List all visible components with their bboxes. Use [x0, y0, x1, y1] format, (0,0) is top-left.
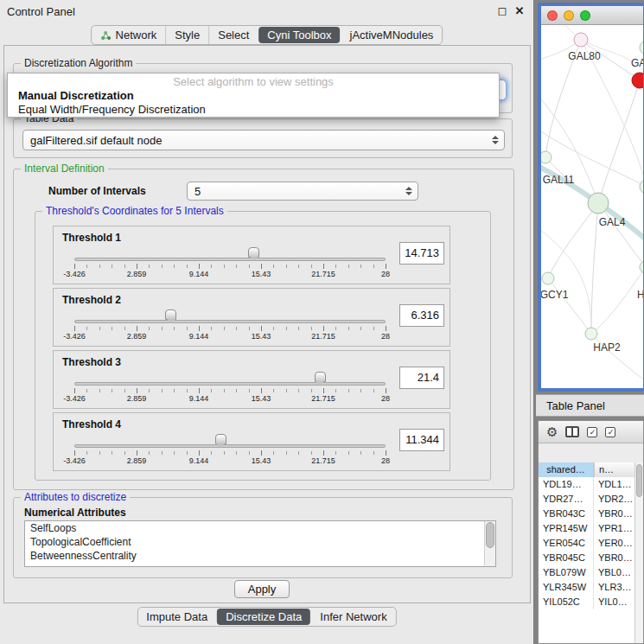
network-canvas[interactable]: GAL80GAGAL11GAL4GCY1HHAP2 — [541, 25, 643, 388]
network-edge[interactable] — [598, 80, 640, 203]
slider-tick — [373, 265, 374, 268]
slider-tick — [373, 389, 374, 392]
slider-track[interactable] — [74, 382, 386, 386]
slider-tick — [298, 265, 299, 268]
interval-definition-group-title: Interval Definition — [21, 163, 108, 175]
table-rows: YDL19…YDL1…YDR27…YDR2…YBR043CYBR0…YPR145… — [539, 477, 634, 643]
number-of-intervals-spinner[interactable]: 5 — [187, 182, 418, 201]
apply-button[interactable]: Apply — [234, 580, 290, 598]
network-node-gal4[interactable] — [588, 193, 609, 214]
table-row[interactable]: YDR27…YDR2… — [539, 492, 634, 507]
table-row[interactable]: YIL052CYIL0… — [539, 595, 634, 609]
threshold-value-field[interactable]: 6.316 — [399, 304, 444, 327]
list-scrollbar[interactable] — [484, 521, 495, 566]
slider-tick — [261, 264, 262, 269]
slider-tick-label: 2.859 — [127, 456, 147, 465]
network-titlebar[interactable] — [541, 6, 643, 25]
zoom-traffic-light-icon[interactable] — [580, 10, 590, 21]
threshold-value-field[interactable]: 21.4 — [399, 367, 444, 389]
tab-style[interactable]: Style — [165, 26, 208, 44]
checkbox-icon[interactable]: ✓ — [605, 427, 615, 437]
table-scrollbar[interactable] — [634, 462, 643, 643]
table-scrollbar-thumb[interactable] — [636, 464, 642, 497]
table-row[interactable]: YER054CYER0… — [539, 536, 634, 551]
attribute-item-betweennesscentrality[interactable]: BetweennessCentrality — [25, 549, 483, 563]
slider-tick — [286, 327, 287, 330]
table-row[interactable]: YBR045CYBR0… — [539, 551, 634, 565]
slider-thumb[interactable] — [315, 372, 326, 382]
slider-tick — [311, 327, 312, 330]
attribute-item-selfloops[interactable]: SelfLoops — [25, 521, 483, 535]
slider-tick — [323, 264, 324, 269]
network-node-hap2[interactable] — [585, 328, 597, 340]
column-header-shared-name[interactable]: shared… — [539, 462, 594, 477]
minimize-traffic-light-icon[interactable] — [564, 10, 574, 21]
attributes-group-title: Attributes to discretize — [21, 491, 130, 503]
cell-name: YDR2… — [594, 492, 634, 507]
control-panel-titlebar[interactable]: Control Panel ◻ ✕ — [0, 0, 533, 22]
slider-tick-label: 28 — [381, 394, 390, 403]
float-window-icon[interactable]: ◻ — [495, 4, 509, 17]
slider-tick — [224, 265, 225, 268]
tab-network[interactable]: Network — [92, 26, 166, 44]
checkbox-icon[interactable]: ✓ — [587, 427, 597, 437]
slider-tick — [286, 451, 287, 455]
slider-tick — [224, 389, 225, 392]
network-edge[interactable] — [591, 203, 598, 334]
slider-tick-label: 9.144 — [189, 456, 209, 465]
table-data-combo[interactable]: galFiltered.sif default node — [22, 130, 505, 150]
slider-tick — [298, 327, 299, 330]
slider-tick — [99, 265, 100, 268]
table-row[interactable]: YDL19…YDL1… — [539, 477, 634, 492]
network-node[interactable] — [632, 73, 643, 88]
network-edge[interactable] — [591, 267, 643, 334]
slider-tick — [249, 327, 250, 330]
network-node-ga[interactable] — [640, 41, 643, 54]
network-node-gal11[interactable] — [541, 151, 552, 163]
slider-track[interactable] — [74, 258, 386, 261]
slider-tick — [162, 389, 163, 392]
slider-thumb[interactable] — [248, 247, 259, 258]
slider-track[interactable] — [74, 320, 386, 323]
slider-track[interactable] — [74, 444, 386, 448]
threshold-value-field[interactable]: 11.344 — [399, 429, 444, 451]
table-row[interactable]: YBR043CYBR0… — [539, 507, 634, 521]
tab-select[interactable]: Select — [208, 26, 258, 44]
network-node[interactable] — [640, 180, 643, 194]
slider-tick — [99, 389, 100, 392]
network-view-window: GAL80GAGAL11GAL4GCY1HHAP2 — [538, 3, 644, 392]
threshold-value-field[interactable]: 14.713 — [399, 242, 444, 265]
tab-jactivemnodules[interactable]: jActiveMNodules — [341, 26, 443, 44]
gear-icon[interactable]: ⚙ — [546, 425, 558, 438]
table-row[interactable]: YBL079WYBL0… — [539, 565, 634, 580]
slider-tick — [137, 264, 137, 269]
network-node-gcy1[interactable] — [542, 272, 554, 284]
control-panel-window: Control Panel ◻ ✕ NetworkStyleSelectCyni… — [0, 0, 534, 644]
tab-infer-network[interactable]: Infer Network — [311, 608, 395, 626]
network-edge[interactable] — [548, 203, 598, 278]
slider-thumb[interactable] — [215, 434, 226, 444]
algorithm-option-manual-discretization[interactable]: Manual Discretization — [8, 88, 499, 102]
attributes-list[interactable]: SelfLoopsTopologicalCoefficientBetweenne… — [24, 520, 496, 567]
algorithm-option-equal-width-frequency-discretization[interactable]: Equal Width/Frequency Discretization — [8, 102, 499, 116]
slider-tick — [261, 326, 262, 331]
network-node[interactable] — [640, 261, 643, 273]
attribute-item-topologicalcoefficient[interactable]: TopologicalCoefficient — [25, 535, 483, 549]
close-traffic-light-icon[interactable] — [547, 10, 558, 21]
slider-tick-label: -3.426 — [63, 394, 86, 403]
algorithm-popup-placeholder: Select algorithm to view settings — [8, 75, 499, 88]
slider-thumb[interactable] — [165, 309, 176, 320]
network-edge[interactable] — [598, 203, 643, 267]
table-row[interactable]: YPR145WYPR1… — [539, 521, 634, 536]
table-columns-icon[interactable] — [565, 426, 579, 437]
close-window-icon[interactable]: ✕ — [513, 4, 526, 17]
tab-cyni-toolbox[interactable]: Cyni Toolbox — [258, 27, 340, 43]
network-node-gal80[interactable] — [574, 33, 588, 47]
tab-impute-data[interactable]: Impute Data — [137, 608, 216, 626]
spinner-arrows-icon — [405, 187, 412, 195]
list-scrollbar-thumb[interactable] — [486, 522, 494, 548]
table-row[interactable]: YLR345WYLR3… — [539, 580, 634, 595]
slider-tick — [286, 265, 287, 268]
slider-tick — [386, 264, 386, 269]
tab-discretize-data[interactable]: Discretize Data — [217, 609, 310, 625]
